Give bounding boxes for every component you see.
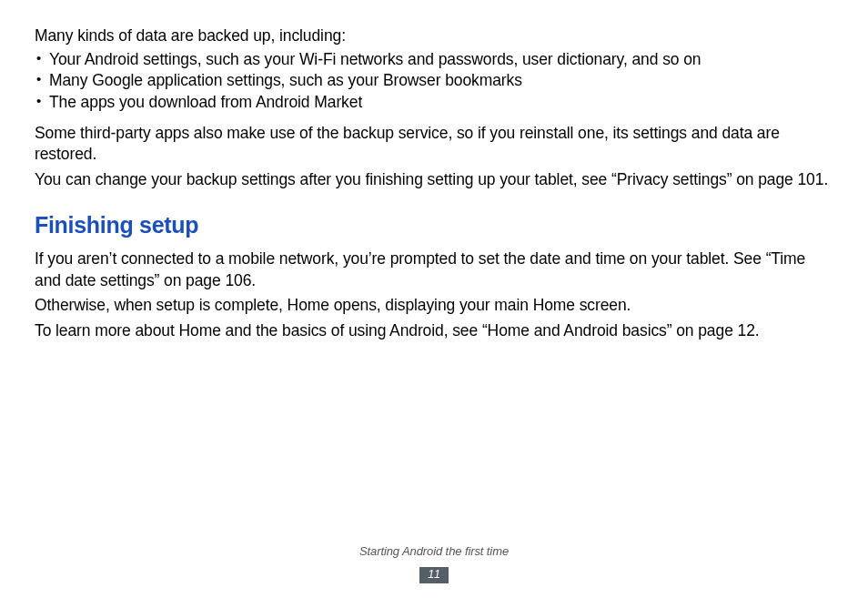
backup-types-list: Your Android settings, such as your Wi-F… [35, 49, 833, 114]
body-paragraph: Some third-party apps also make use of t… [35, 123, 833, 166]
body-paragraph: You can change your backup settings afte… [35, 169, 833, 191]
list-item: The apps you download from Android Marke… [35, 92, 833, 114]
section-heading-finishing-setup: Finishing setup [35, 210, 833, 241]
body-paragraph: To learn more about Home and the basics … [35, 320, 833, 342]
list-item: Many Google application settings, such a… [35, 70, 833, 92]
body-paragraph: Otherwise, when setup is complete, Home … [35, 295, 833, 317]
body-paragraph: If you aren’t connected to a mobile netw… [35, 248, 833, 291]
page-footer: Starting Android the first time 11 [0, 543, 868, 584]
list-item: Your Android settings, such as your Wi-F… [35, 49, 833, 71]
page-content: Many kinds of data are backed up, includ… [35, 25, 833, 342]
intro-paragraph: Many kinds of data are backed up, includ… [35, 25, 833, 47]
footer-chapter-caption: Starting Android the first time [0, 543, 868, 560]
page-number-badge: 11 [419, 567, 449, 583]
